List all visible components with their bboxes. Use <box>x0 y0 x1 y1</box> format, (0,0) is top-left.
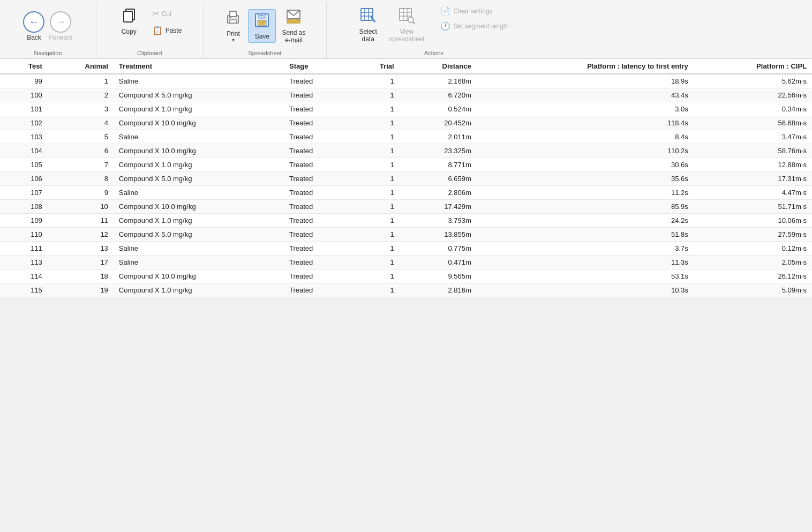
table-row: 10810Compound X 10.0 mg/kgTreated117.429… <box>0 200 812 214</box>
table-cell: 13 <box>48 242 114 256</box>
save-icon <box>253 12 270 32</box>
table-cell: 10 <box>48 200 114 214</box>
table-cell: 9.565m <box>400 269 477 283</box>
ribbon: ← Back → Forward Navigation Copy <box>0 0 812 59</box>
table-cell: 26.12m·s <box>694 269 812 283</box>
table-cell: 1 <box>351 186 400 200</box>
table-cell: 4.47m·s <box>694 186 812 200</box>
col-header-trial: Trial <box>351 59 400 74</box>
table-cell: 0.524m <box>400 102 477 116</box>
table-cell: 1 <box>351 242 400 256</box>
table-cell: 114 <box>0 269 48 283</box>
table-cell: 27.59m·s <box>694 228 812 242</box>
table-cell: 2.05m·s <box>694 256 812 269</box>
col-header-cipl: Platform : CIPL <box>694 59 812 74</box>
clear-settings-button[interactable]: 📄 Clear settings <box>435 4 513 18</box>
table-cell: 3.47m·s <box>694 130 812 144</box>
table-cell: 118.4s <box>477 116 694 130</box>
svg-rect-3 <box>230 11 236 17</box>
table-cell: 100 <box>0 88 48 102</box>
print-button[interactable]: Print ▼ <box>219 6 247 46</box>
table-cell: 2.806m <box>400 186 477 200</box>
table-cell: 107 <box>0 186 48 200</box>
table-cell: 1 <box>351 200 400 214</box>
table-cell: 10.06m·s <box>694 214 812 228</box>
send-email-icon <box>285 8 302 28</box>
forward-circle-icon[interactable]: → <box>50 11 71 33</box>
select-data-button[interactable]: Select data <box>354 4 382 46</box>
table-cell: Treated <box>284 102 351 116</box>
table-cell: Treated <box>284 144 351 158</box>
table-cell: Treated <box>284 214 351 228</box>
back-circle-icon[interactable]: ← <box>23 11 44 33</box>
table-cell: 51.71m·s <box>694 200 812 214</box>
table-cell: 35.6s <box>477 172 694 186</box>
table-cell: 1 <box>351 102 400 116</box>
back-button[interactable]: ← Back <box>23 11 44 41</box>
table-cell: 1 <box>351 116 400 130</box>
table-row: 1024Compound X 10.0 mg/kgTreated120.452m… <box>0 116 812 130</box>
table-cell: Compound X 5.0 mg/kg <box>114 228 284 242</box>
svg-rect-7 <box>259 14 265 18</box>
col-header-distance: Distance <box>400 59 477 74</box>
ribbon-clipboard-group: Copy ✂ Cut 📋 Paste Clipboard <box>96 2 204 58</box>
table-row: 991SalineTreated12.168m18.9s5.62m·s <box>0 74 812 88</box>
table-cell: 0.12m·s <box>694 242 812 256</box>
table-cell: 103 <box>0 130 48 144</box>
table-row: 11418Compound X 10.0 mg/kgTreated19.565m… <box>0 269 812 283</box>
table-cell: 30.6s <box>477 158 694 172</box>
table-cell: 1 <box>351 88 400 102</box>
send-email-button[interactable]: Send as e-mail <box>277 5 310 47</box>
col-header-test: Test <box>0 59 48 74</box>
clear-settings-label: Clear settings <box>453 8 492 15</box>
select-data-icon <box>359 7 377 27</box>
view-spreadsheet-button[interactable]: View spreadsheet <box>384 4 429 46</box>
navigation-group-label: Navigation <box>34 48 62 58</box>
forward-button[interactable]: → Forward <box>49 11 72 41</box>
save-button[interactable]: Save <box>248 9 276 43</box>
cut-button[interactable]: ✂ Cut <box>147 6 187 21</box>
table-cell: 8.771m <box>400 158 477 172</box>
ribbon-actions-group: Select data View spreadshee <box>327 2 541 58</box>
table-row: 11012Compound X 5.0 mg/kgTreated113.855m… <box>0 228 812 242</box>
copy-button[interactable]: Copy <box>113 4 145 38</box>
table-row: 11113SalineTreated10.775m3.7s0.12m·s <box>0 242 812 256</box>
svg-rect-1 <box>124 11 132 22</box>
col-header-treatment: Treatment <box>114 59 284 74</box>
table-cell: 19 <box>48 283 114 297</box>
table-cell: 1 <box>351 74 400 88</box>
table-cell: 17.429m <box>400 200 477 214</box>
table-cell: 0.34m·s <box>694 102 812 116</box>
table-cell: Treated <box>284 228 351 242</box>
set-segment-button[interactable]: 🕐 Set segment length <box>435 19 513 33</box>
table-cell: 17 <box>48 256 114 269</box>
table-cell: 101 <box>0 102 48 116</box>
table-cell: 7 <box>48 158 114 172</box>
copy-label: Copy <box>122 28 137 35</box>
table-cell: Saline <box>114 242 284 256</box>
table-row: 1002Compound X 5.0 mg/kgTreated16.720m43… <box>0 88 812 102</box>
svg-rect-13 <box>361 9 373 20</box>
ribbon-spreadsheet-group: Print ▼ Save <box>204 2 327 58</box>
table-cell: Treated <box>284 269 351 283</box>
table-cell: 110 <box>0 228 48 242</box>
table-cell: 24.2s <box>477 214 694 228</box>
table-cell: 106 <box>0 172 48 186</box>
table-cell: Treated <box>284 88 351 102</box>
paste-button[interactable]: 📋 Paste <box>147 23 187 38</box>
table-cell: 6.720m <box>400 88 477 102</box>
table-cell: 9 <box>48 186 114 200</box>
table-cell: 0.775m <box>400 242 477 256</box>
table-row: 1035SalineTreated12.011m8.4s3.47m·s <box>0 130 812 144</box>
table-cell: 4 <box>48 116 114 130</box>
table-cell: 109 <box>0 214 48 228</box>
table-row: 1046Compound X 10.0 mg/kgTreated123.325m… <box>0 144 812 158</box>
table-cell: 1 <box>351 214 400 228</box>
col-header-latency: Platform : latency to first entry <box>477 59 694 74</box>
table-cell: 6 <box>48 144 114 158</box>
cut-icon: ✂ <box>152 9 159 19</box>
actions-group-label: Actions <box>424 48 443 58</box>
table-cell: 99 <box>0 74 48 88</box>
view-spreadsheet-icon <box>398 7 415 27</box>
table-cell: 3.0s <box>477 102 694 116</box>
